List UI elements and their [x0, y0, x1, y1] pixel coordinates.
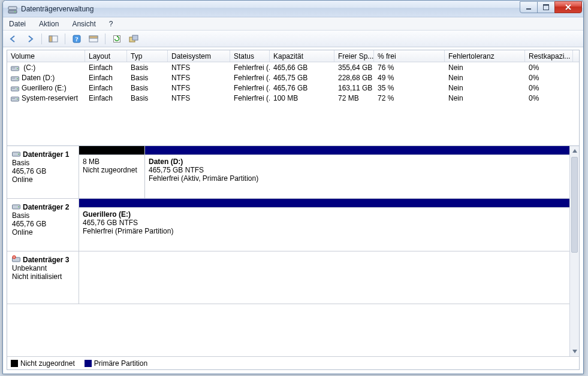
show-hide-tree-icon[interactable] [47, 32, 60, 46]
col-free[interactable]: Freier Sp... [334, 50, 374, 62]
scroll-down-arrow[interactable] [570, 347, 579, 356]
disk-size: 465,76 GB [12, 167, 74, 175]
disk-icon [12, 150, 20, 159]
col-fault[interactable]: Fehlertoleranz [445, 50, 525, 62]
partition-status: Fehlerfrei (Primäre Partition) [83, 227, 566, 235]
help-icon[interactable]: ? [70, 32, 83, 46]
svg-rect-14 [132, 35, 138, 40]
drive-icon [11, 75, 19, 81]
toolbar-separator [65, 34, 65, 44]
col-capacity[interactable]: Kapazität [270, 50, 334, 62]
svg-point-26 [17, 98, 18, 99]
partition-header [79, 199, 569, 207]
partition-info: 465,76 GB NTFS [83, 219, 566, 227]
table-row[interactable]: System-reserviertEinfachBasisNTFSFehlerf… [7, 93, 579, 103]
legend-unallocated: Nicht zugeordnet [11, 359, 75, 368]
disk-state: Online [12, 175, 74, 184]
disk-label[interactable]: Datenträger 2 Basis 465,76 GB Online [7, 199, 79, 251]
partition-name: Guerillero (E:) [83, 210, 566, 219]
forward-button[interactable] [23, 32, 37, 46]
toolbar-separator [105, 34, 105, 44]
disk-state: Online [12, 228, 74, 236]
title-bar[interactable]: Datenträgerverwaltung [3, 1, 583, 17]
partition-size: 8 MB [83, 157, 141, 166]
drive-icon [11, 95, 19, 102]
svg-rect-1 [8, 7, 17, 10]
toolbar: ? [3, 31, 583, 47]
svg-point-30 [18, 207, 19, 208]
partition-header [79, 146, 144, 154]
disk-state: Nicht initialisiert [12, 272, 74, 281]
disk-row: Datenträger 3 Unbekannt Nicht initialisi… [7, 251, 569, 304]
col-rest[interactable]: Restkapazi... [525, 50, 573, 62]
partition-name: Daten (D:) [149, 157, 566, 166]
disk-parts-empty [79, 251, 569, 304]
window-controls [520, 1, 582, 13]
partition-primary[interactable]: Daten (D:) 465,75 GB NTFS Fehlerfrei (Ak… [145, 146, 569, 198]
partition-unallocated[interactable]: 8 MB Nicht zugeordnet [79, 146, 145, 198]
disk-name: Datenträger 1 [23, 150, 69, 159]
app-window: Datenträgerverwaltung Datei Aktion Ansic… [2, 0, 584, 374]
table-row[interactable]: (C:)EinfachBasisNTFSFehlerfrei (...465,6… [7, 62, 579, 72]
svg-point-20 [17, 78, 18, 79]
drive-icon [11, 85, 19, 92]
svg-rect-19 [12, 78, 15, 78]
col-volume[interactable]: Volume [7, 50, 85, 62]
col-status[interactable]: Status [230, 50, 270, 62]
toolbar-separator [41, 34, 42, 44]
disk-label[interactable]: Datenträger 3 Unbekannt Nicht initialisi… [7, 251, 79, 304]
volume-table-body: (C:)EinfachBasisNTFSFehlerfrei (...465,6… [7, 62, 579, 145]
refresh-icon[interactable] [110, 32, 123, 46]
disk-warning-icon [12, 255, 20, 264]
scroll-thumb[interactable] [571, 157, 578, 253]
disk-size: 465,76 GB [12, 220, 74, 228]
disk-name: Datenträger 3 [23, 256, 69, 264]
vertical-scrollbar[interactable] [569, 146, 579, 356]
close-button[interactable] [554, 1, 582, 13]
disk-icon [12, 202, 20, 211]
back-button[interactable] [7, 32, 20, 46]
menu-view[interactable]: Ansicht [70, 19, 98, 29]
svg-point-17 [17, 68, 18, 69]
col-layout[interactable]: Layout [85, 50, 127, 62]
partition-info: 465,75 GB NTFS [149, 166, 566, 174]
volume-table: Volume Layout Typ Dateisystem Status Kap… [7, 50, 579, 146]
disk-type: Unbekannt [12, 264, 74, 272]
disk-graphical-pane: Datenträger 1 Basis 465,76 GB Online 8 M… [7, 146, 579, 356]
legend-primary: Primäre Partition [85, 359, 147, 368]
disk-type: Basis [12, 211, 74, 220]
col-fs[interactable]: Dateisystem [168, 50, 230, 62]
content-area: Volume Layout Typ Dateisystem Status Kap… [7, 50, 580, 370]
table-row[interactable]: Daten (D:)EinfachBasisNTFSFehlerfrei (..… [7, 72, 579, 83]
maximize-button[interactable] [537, 1, 555, 13]
svg-rect-7 [49, 36, 52, 42]
col-pctfree[interactable]: % frei [374, 50, 445, 62]
volume-table-header: Volume Layout Typ Dateisystem Status Kap… [7, 50, 579, 62]
svg-text:?: ? [75, 35, 79, 43]
menu-bar: Datei Aktion Ansicht ? [3, 17, 583, 31]
menu-file[interactable]: Datei [7, 19, 28, 29]
menu-action[interactable]: Aktion [37, 19, 61, 29]
partition-status: Nicht zugeordnet [83, 166, 141, 174]
svg-rect-5 [544, 4, 549, 5]
toolbar-icon[interactable] [87, 32, 100, 46]
partition-primary[interactable]: Guerillero (E:) 465,76 GB NTFS Fehlerfre… [79, 199, 569, 251]
disk-type: Basis [12, 159, 74, 167]
col-type[interactable]: Typ [127, 50, 168, 62]
disk-row: Datenträger 1 Basis 465,76 GB Online 8 M… [7, 146, 569, 199]
drive-icon [11, 65, 19, 71]
menu-help[interactable]: ? [107, 19, 116, 29]
svg-rect-16 [12, 68, 15, 68]
svg-point-23 [17, 88, 18, 89]
settings-icon[interactable] [127, 32, 140, 46]
legend: Nicht zugeordnet Primäre Partition [7, 356, 579, 369]
minimize-button[interactable] [520, 1, 538, 13]
disk-name: Datenträger 2 [23, 203, 69, 211]
legend-swatch-black [11, 360, 18, 367]
legend-swatch-navy [85, 360, 92, 367]
table-row[interactable]: Guerillero (E:)EinfachBasisNTFSFehlerfre… [7, 83, 579, 93]
svg-point-28 [18, 154, 19, 155]
partition-header [145, 146, 569, 154]
disk-label[interactable]: Datenträger 1 Basis 465,76 GB Online [7, 146, 79, 198]
scroll-up-arrow[interactable] [570, 146, 579, 156]
